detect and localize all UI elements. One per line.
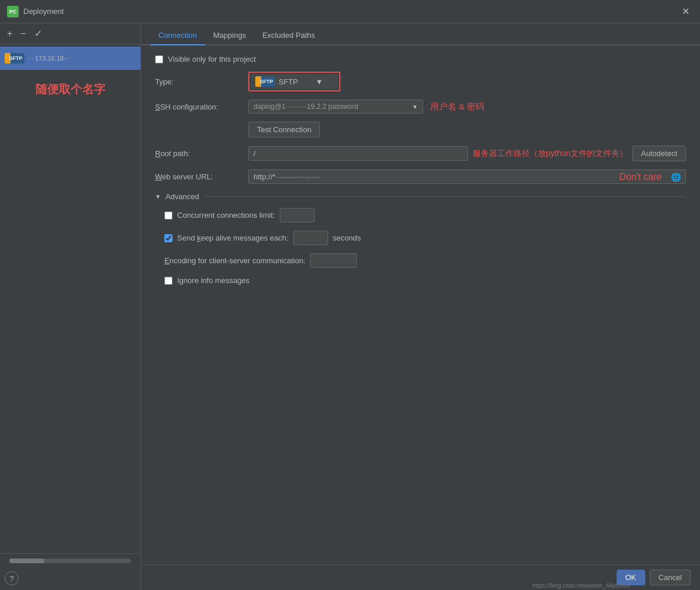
watermark: https://blog.csdn.net/weixin_44pt2004: [533, 582, 630, 589]
encoding-input[interactable]: UTF-8: [310, 253, 357, 268]
autodetect-button[interactable]: Autodetect: [632, 146, 686, 161]
tabs-bar: Connection Mappings Excluded Paths: [141, 23, 700, 45]
encoding-row: Encoding for client-server communication…: [164, 253, 686, 268]
advanced-section-label: Advanced: [166, 192, 199, 201]
type-dropdown-arrow-icon: ▼: [315, 77, 323, 86]
web-server-input[interactable]: [249, 170, 615, 183]
advanced-content: Concurrent connections limit: Send keep …: [155, 208, 686, 285]
keepalive-row: Send keep alive messages each: 300 secon…: [164, 231, 686, 245]
sidebar-toolbar: + − ✓: [0, 23, 140, 44]
server-item[interactable]: SFTP ··· 173.16.18···: [0, 47, 140, 70]
confirm-server-button[interactable]: ✓: [32, 27, 44, 40]
root-path-annotation: 服务器工作路径（放python文件的文件夹）: [473, 149, 628, 159]
web-server-annotation: Don't care: [620, 172, 662, 182]
app-icon: PC: [7, 6, 19, 17]
close-button[interactable]: ✕: [678, 5, 693, 18]
globe-icon: 🌐: [666, 172, 685, 182]
content-area: + − ✓ SFTP ··· 173.16.18··· 随便取个名字: [0, 23, 700, 590]
scrollbar-thumb[interactable]: [9, 559, 44, 563]
section-collapse-icon: ▼: [155, 193, 161, 200]
type-select-wrapper: SFTP SFTP ▼: [248, 72, 340, 91]
type-sftp-icon: SFTP: [255, 76, 275, 87]
ssh-config-row: SSH configuration: daping@1····· ·····19…: [155, 100, 686, 114]
root-path-input[interactable]: [248, 146, 468, 161]
keepalive-checkbox[interactable]: [164, 234, 173, 242]
web-server-label: Web server URL:: [155, 172, 248, 181]
tab-connection[interactable]: Connection: [150, 26, 205, 45]
section-divider-line: [204, 196, 686, 197]
ssh-select[interactable]: daping@1····· ·····19.2.2 password ▼: [248, 100, 423, 114]
tab-excluded-paths[interactable]: Excluded Paths: [254, 26, 323, 45]
visible-only-row: Visible only for this project: [155, 55, 686, 63]
type-value: SFTP: [279, 77, 298, 86]
scrollbar-track[interactable]: [9, 559, 131, 563]
type-row: Type: SFTP SFTP ▼: [155, 72, 686, 91]
web-input-wrapper: Don't care 🌐: [248, 169, 686, 184]
sidebar-bottom: ?: [0, 553, 140, 590]
visible-only-checkbox[interactable]: [155, 55, 163, 63]
test-connection-row: Test Connection: [248, 122, 686, 137]
concurrent-input[interactable]: [280, 208, 315, 222]
keepalive-input[interactable]: 300: [293, 231, 328, 245]
sidebar: + − ✓ SFTP ··· 173.16.18··· 随便取个名字: [0, 23, 141, 590]
ignore-row: Ignore info messages: [164, 276, 686, 285]
remove-server-button[interactable]: −: [18, 27, 28, 40]
test-connection-button[interactable]: Test Connection: [248, 122, 320, 137]
server-item-label: ··· 173.16.18···: [28, 55, 69, 62]
encoding-label: Encoding for client-server communication…: [164, 256, 305, 265]
title-bar: PC Deployment ✕: [0, 0, 700, 23]
web-server-row: Web server URL: Don't care 🌐: [155, 169, 686, 184]
tab-mappings[interactable]: Mappings: [205, 26, 254, 45]
ssh-label: SSH configuration:: [155, 103, 248, 111]
ssh-annotation: 用户名 & 密码: [430, 101, 484, 112]
ssh-dropdown-arrow-icon: ▼: [412, 104, 418, 110]
type-select-box[interactable]: SFTP SFTP ▼: [251, 74, 338, 89]
add-server-button[interactable]: +: [5, 27, 15, 40]
root-path-row: Root path: 服务器工作路径（放python文件的文件夹） Autode…: [155, 146, 686, 161]
keepalive-label[interactable]: Send keep alive messages each:: [177, 234, 289, 242]
server-list: SFTP ··· 173.16.18··· 随便取个名字: [0, 44, 140, 553]
ignore-label[interactable]: Ignore info messages: [177, 276, 249, 285]
type-label: Type:: [155, 77, 248, 86]
ssh-value: daping@1····· ·····19.2.2 password: [254, 103, 412, 111]
root-path-label: Root path:: [155, 149, 248, 158]
form-area: Visible only for this project Type: SFTP…: [141, 45, 700, 564]
scrollbar-container: [5, 556, 136, 566]
window-title: Deployment: [23, 7, 64, 16]
sftp-icon: SFTP: [5, 53, 24, 63]
concurrent-row: Concurrent connections limit:: [164, 208, 686, 222]
visible-only-label[interactable]: Visible only for this project: [168, 55, 256, 63]
cancel-button[interactable]: Cancel: [650, 570, 691, 585]
keepalive-unit: seconds: [333, 234, 361, 242]
main-panel: Connection Mappings Excluded Paths Visib…: [141, 23, 700, 590]
help-button[interactable]: ?: [5, 571, 19, 585]
concurrent-checkbox[interactable]: [164, 211, 173, 220]
deployment-window: PC Deployment ✕ + − ✓ SFTP ··· 173.16.18…: [0, 0, 700, 590]
sidebar-annotation: 随便取个名字: [0, 70, 140, 109]
concurrent-label[interactable]: Concurrent connections limit:: [177, 211, 275, 220]
ignore-checkbox[interactable]: [164, 277, 173, 285]
advanced-section-toggle[interactable]: ▼ Advanced: [155, 192, 686, 201]
